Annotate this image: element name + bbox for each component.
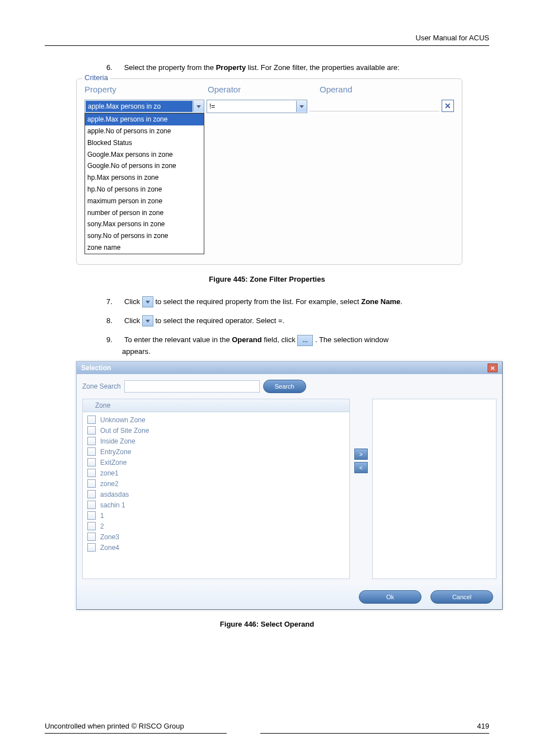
checkbox[interactable]: [87, 490, 96, 498]
dropdown-item[interactable]: Google.No of persons in zone: [85, 160, 204, 172]
list-item[interactable]: asdasdas: [83, 489, 349, 500]
dropdown-item[interactable]: number of person in zone: [85, 207, 204, 219]
checkbox[interactable]: [87, 469, 96, 477]
checkbox[interactable]: [87, 533, 96, 541]
ok-button[interactable]: Ok: [359, 590, 421, 604]
header-text: User Manual for ACUS: [45, 34, 489, 45]
criteria-panel: Criteria Property Operator Operand apple…: [76, 78, 462, 265]
list-item[interactable]: zone1: [83, 468, 349, 478]
dropdown-item[interactable]: hp.Max persons in zone: [85, 172, 204, 184]
selected-list: [372, 399, 496, 579]
item-label: Out of Site Zone: [100, 427, 149, 435]
header-rule: [45, 45, 489, 46]
dropdown-item[interactable]: sony.No of persons in zone: [85, 230, 204, 242]
search-button[interactable]: Search: [263, 380, 306, 393]
footer-left: Uncontrolled when printed © RISCO Group: [45, 722, 184, 730]
dropdown-item[interactable]: apple.Max persons in zone: [85, 114, 204, 125]
list-item[interactable]: EntryZone: [83, 446, 349, 457]
step-6-num: 6.: [106, 63, 122, 73]
item-label: EntryZone: [100, 448, 131, 456]
item-label: Zone4: [100, 544, 119, 552]
list-item[interactable]: 1: [83, 510, 349, 521]
footer-rule-left: [45, 733, 227, 734]
operator-select[interactable]: !=: [207, 100, 307, 113]
dropdown-item[interactable]: apple.No of persons in zone: [85, 125, 204, 137]
property-chevron[interactable]: [193, 101, 204, 112]
step-9-text-a: To enter the relevant value in the: [124, 335, 232, 344]
chevron-down-icon: [299, 105, 304, 108]
list-item[interactable]: Out of Site Zone: [83, 425, 349, 436]
item-label: Unknown Zone: [100, 416, 146, 424]
checkbox[interactable]: [87, 522, 96, 530]
available-list: Zone Unknown Zone Out of Site Zone Insid…: [82, 399, 350, 579]
cancel-button[interactable]: Cancel: [430, 590, 493, 604]
list-item[interactable]: ExitZone: [83, 457, 349, 468]
footer-rule-right: [260, 733, 489, 734]
header-operand: Operand: [320, 85, 454, 94]
item-label: Zone3: [100, 533, 119, 541]
step-8-text-a: Click: [124, 316, 142, 325]
move-right-button[interactable]: >: [354, 449, 368, 460]
property-select[interactable]: apple.Max persons in zo: [85, 100, 204, 113]
operand-input[interactable]: [310, 100, 439, 111]
checkbox[interactable]: [87, 501, 96, 509]
figure-445-caption: Figure 445: Zone Filter Properties: [45, 275, 489, 283]
checkbox[interactable]: [87, 426, 96, 435]
property-dropdown[interactable]: apple.Max persons in zone apple.No of pe…: [85, 113, 204, 254]
checkbox[interactable]: [87, 447, 96, 456]
checkbox[interactable]: [87, 458, 96, 466]
list-item[interactable]: Unknown Zone: [83, 414, 349, 425]
property-value: apple.Max persons in zo: [86, 101, 193, 112]
checkbox[interactable]: [87, 543, 96, 552]
dropdown-item[interactable]: sony.Max persons in zone: [85, 218, 204, 230]
ellipsis-button[interactable]: …: [297, 335, 313, 346]
header-operator: Operator: [208, 85, 320, 94]
remove-row-button[interactable]: ✕: [442, 100, 454, 112]
list-item[interactable]: Zone4: [83, 542, 349, 553]
checkbox[interactable]: [87, 416, 96, 424]
search-row: Zone Search Search: [82, 380, 496, 393]
item-label: 1: [100, 512, 104, 520]
chevron-down-icon: [196, 105, 201, 108]
dropdown-item[interactable]: hp.No of persons in zone: [85, 184, 204, 195]
step-7-num: 7.: [106, 296, 122, 308]
operator-value: !=: [207, 101, 296, 112]
step-9-bold: Operand: [232, 335, 261, 344]
step-8-text-b: to select the required operator. Select …: [155, 316, 284, 325]
dropdown-icon-button[interactable]: [142, 315, 153, 326]
step-7-bold: Zone Name: [361, 297, 400, 306]
step-8: 8. Click to select the required operator…: [106, 315, 489, 327]
step-9-cont: appears.: [122, 347, 489, 356]
zone-search-input[interactable]: [124, 380, 260, 393]
move-left-button[interactable]: <: [354, 462, 368, 473]
step-6: 6. Select the property from the Property…: [106, 63, 489, 73]
operator-chevron[interactable]: [296, 101, 307, 112]
move-buttons: > <: [354, 449, 368, 529]
property-select-wrapper: apple.Max persons in zo apple.Max person…: [85, 100, 204, 254]
checkbox[interactable]: [87, 479, 96, 488]
selection-close-button[interactable]: ✕: [488, 363, 498, 372]
list-item[interactable]: zone2: [83, 478, 349, 489]
dropdown-item[interactable]: maximum person in zone: [85, 195, 204, 207]
list-item[interactable]: sachin 1: [83, 500, 349, 510]
selection-dialog: Selection ✕ Zone Search Search Zone Unkn…: [76, 361, 503, 610]
list-item[interactable]: Zone3: [83, 531, 349, 542]
dropdown-icon-button[interactable]: [142, 296, 153, 307]
criteria-row: apple.Max persons in zo apple.Max person…: [85, 100, 454, 254]
checkbox[interactable]: [87, 511, 96, 520]
item-label: 2: [100, 522, 104, 530]
list-item[interactable]: Inside Zone: [83, 436, 349, 446]
item-label: zone2: [100, 480, 119, 488]
list-item[interactable]: 2: [83, 521, 349, 531]
step-9-text-b: field, click: [262, 335, 298, 344]
operator-select-wrapper: !=: [207, 100, 307, 113]
item-label: Inside Zone: [100, 437, 135, 445]
dropdown-item[interactable]: Google.Max persons in zone: [85, 149, 204, 161]
figure-446-caption: Figure 446: Select Operand: [45, 620, 489, 628]
dropdown-item[interactable]: Blocked Status: [85, 137, 204, 149]
step-6-bold: Property: [216, 63, 246, 72]
checkbox[interactable]: [87, 437, 96, 445]
criteria-headers: Property Operator Operand: [85, 85, 454, 94]
dropdown-item[interactable]: zone name: [85, 242, 204, 254]
step-9: 9. To enter the relevant value in the Op…: [106, 334, 489, 346]
